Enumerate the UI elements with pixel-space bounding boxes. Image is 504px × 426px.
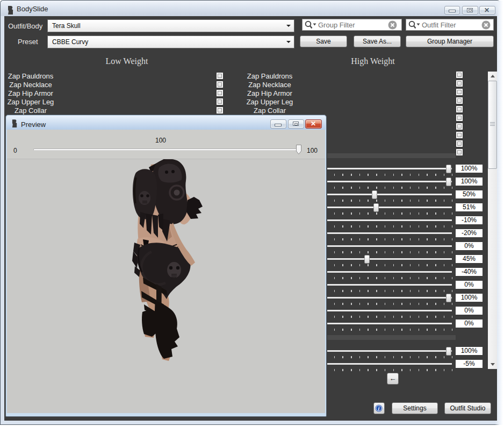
svg-text:i: i [378, 406, 380, 411]
